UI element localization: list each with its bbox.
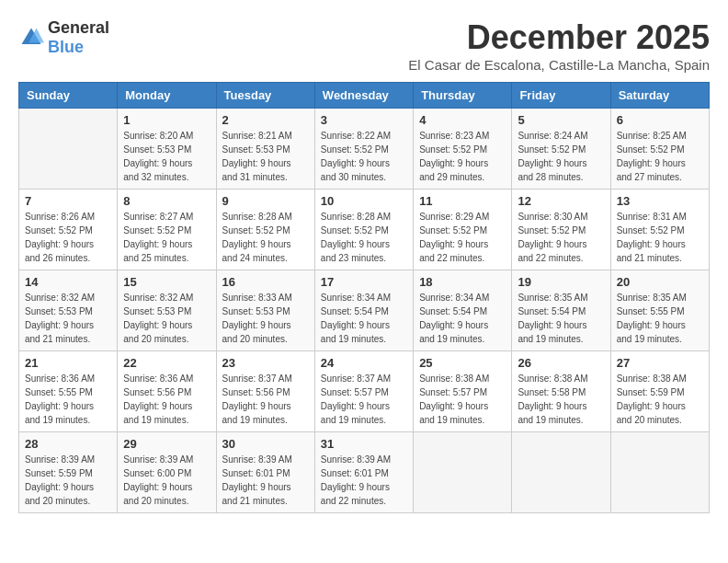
calendar-cell: 3Sunrise: 8:22 AMSunset: 5:52 PMDaylight… — [314, 109, 413, 190]
calendar-table: SundayMondayTuesdayWednesdayThursdayFrid… — [18, 82, 710, 513]
day-info: Sunrise: 8:25 AMSunset: 5:52 PMDaylight:… — [617, 129, 703, 184]
daylight-label: Daylight: 9 hours — [518, 401, 586, 411]
calendar-cell: 6Sunrise: 8:25 AMSunset: 5:52 PMDaylight… — [610, 109, 709, 190]
daylight-label: Daylight: 9 hours — [617, 239, 686, 249]
sunset-text: Sunset: 5:59 PM — [617, 387, 685, 397]
day-of-week-header: Friday — [512, 83, 610, 109]
calendar-cell — [19, 109, 118, 190]
daylight-label: Daylight: 9 hours — [617, 320, 686, 330]
daylight-label: Daylight: 9 hours — [419, 239, 488, 249]
sunset-text: Sunset: 6:01 PM — [321, 468, 389, 478]
daylight-value: and 20 minutes. — [123, 334, 188, 344]
daylight-value: and 20 minutes. — [617, 415, 682, 425]
daylight-value: and 19 minutes. — [419, 334, 484, 344]
daylight-label: Daylight: 9 hours — [321, 158, 390, 168]
day-number: 29 — [123, 437, 210, 451]
calendar-cell: 28Sunrise: 8:39 AMSunset: 5:59 PMDayligh… — [19, 432, 118, 513]
daylight-label: Daylight: 9 hours — [419, 320, 488, 330]
sunrise-text: Sunrise: 8:21 AM — [222, 131, 292, 141]
sunrise-text: Sunrise: 8:28 AM — [222, 212, 292, 222]
day-info: Sunrise: 8:37 AMSunset: 5:57 PMDaylight:… — [321, 372, 407, 427]
sunset-text: Sunset: 5:55 PM — [617, 306, 685, 316]
day-info: Sunrise: 8:37 AMSunset: 5:56 PMDaylight:… — [222, 372, 309, 427]
calendar-cell: 29Sunrise: 8:39 AMSunset: 6:00 PMDayligh… — [118, 432, 216, 513]
logo-icon — [18, 25, 44, 51]
sunrise-text: Sunrise: 8:36 AM — [25, 373, 95, 384]
sunset-text: Sunset: 5:52 PM — [518, 225, 586, 236]
calendar-week-row: 28Sunrise: 8:39 AMSunset: 5:59 PMDayligh… — [19, 432, 710, 513]
sunrise-text: Sunrise: 8:39 AM — [222, 454, 292, 465]
calendar-cell: 12Sunrise: 8:30 AMSunset: 5:52 PMDayligh… — [512, 190, 610, 270]
daylight-value: and 21 minutes. — [617, 253, 682, 263]
day-info: Sunrise: 8:39 AMSunset: 5:59 PMDaylight:… — [25, 453, 111, 508]
logo-general: General — [48, 18, 109, 37]
sunset-text: Sunset: 5:52 PM — [518, 144, 586, 155]
calendar-cell: 7Sunrise: 8:26 AMSunset: 5:52 PMDaylight… — [19, 190, 118, 270]
sunrise-text: Sunrise: 8:38 AM — [419, 373, 489, 384]
day-number: 25 — [419, 356, 506, 370]
day-number: 26 — [518, 356, 604, 370]
calendar-cell: 17Sunrise: 8:34 AMSunset: 5:54 PMDayligh… — [314, 270, 413, 351]
daylight-value: and 19 minutes. — [25, 415, 90, 425]
sunset-text: Sunset: 5:57 PM — [321, 387, 389, 397]
day-info: Sunrise: 8:36 AMSunset: 5:56 PMDaylight:… — [123, 372, 210, 427]
sunrise-text: Sunrise: 8:38 AM — [617, 373, 687, 384]
daylight-label: Daylight: 9 hours — [518, 158, 586, 168]
daylight-value: and 27 minutes. — [617, 172, 682, 182]
sunrise-text: Sunrise: 8:34 AM — [419, 293, 489, 303]
daylight-label: Daylight: 9 hours — [222, 320, 291, 330]
calendar-cell: 2Sunrise: 8:21 AMSunset: 5:53 PMDaylight… — [216, 109, 314, 190]
day-info: Sunrise: 8:30 AMSunset: 5:52 PMDaylight:… — [518, 210, 604, 265]
sunset-text: Sunset: 5:52 PM — [419, 144, 487, 155]
daylight-value: and 20 minutes. — [25, 496, 90, 506]
calendar-cell: 31Sunrise: 8:39 AMSunset: 6:01 PMDayligh… — [314, 432, 413, 513]
sunrise-text: Sunrise: 8:32 AM — [25, 293, 95, 303]
daylight-label: Daylight: 9 hours — [123, 482, 192, 492]
sunrise-text: Sunrise: 8:34 AM — [321, 293, 391, 303]
day-info: Sunrise: 8:22 AMSunset: 5:52 PMDaylight:… — [321, 129, 407, 184]
day-number: 20 — [617, 275, 703, 289]
day-info: Sunrise: 8:31 AMSunset: 5:52 PMDaylight:… — [617, 210, 703, 265]
calendar-cell: 10Sunrise: 8:28 AMSunset: 5:52 PMDayligh… — [314, 190, 413, 270]
daylight-label: Daylight: 9 hours — [222, 158, 291, 168]
calendar-cell: 14Sunrise: 8:32 AMSunset: 5:53 PMDayligh… — [19, 270, 118, 351]
sunset-text: Sunset: 5:59 PM — [25, 468, 93, 478]
calendar-cell — [610, 432, 709, 513]
calendar-cell: 20Sunrise: 8:35 AMSunset: 5:55 PMDayligh… — [610, 270, 709, 351]
sunset-text: Sunset: 5:54 PM — [419, 306, 487, 316]
day-info: Sunrise: 8:34 AMSunset: 5:54 PMDaylight:… — [321, 291, 407, 346]
sunset-text: Sunset: 5:55 PM — [25, 387, 93, 397]
day-info: Sunrise: 8:39 AMSunset: 6:01 PMDaylight:… — [321, 453, 407, 508]
sunset-text: Sunset: 5:53 PM — [123, 144, 191, 155]
day-number: 22 — [123, 356, 210, 370]
calendar-cell: 16Sunrise: 8:33 AMSunset: 5:53 PMDayligh… — [216, 270, 314, 351]
daylight-label: Daylight: 9 hours — [321, 482, 390, 492]
daylight-value: and 20 minutes. — [123, 496, 188, 506]
sunset-text: Sunset: 5:54 PM — [518, 306, 586, 316]
sunset-text: Sunset: 5:52 PM — [321, 225, 389, 236]
sunrise-text: Sunrise: 8:32 AM — [123, 293, 193, 303]
calendar-cell: 1Sunrise: 8:20 AMSunset: 5:53 PMDaylight… — [118, 109, 216, 190]
calendar-cell: 8Sunrise: 8:27 AMSunset: 5:52 PMDaylight… — [118, 190, 216, 270]
calendar-cell: 4Sunrise: 8:23 AMSunset: 5:52 PMDaylight… — [414, 109, 512, 190]
sunset-text: Sunset: 5:52 PM — [617, 144, 685, 155]
day-info: Sunrise: 8:36 AMSunset: 5:55 PMDaylight:… — [25, 372, 111, 427]
sunrise-text: Sunrise: 8:39 AM — [123, 454, 193, 465]
day-number: 13 — [617, 194, 703, 208]
day-number: 21 — [25, 356, 111, 370]
day-number: 8 — [123, 194, 210, 208]
title-block: December 2025 El Casar de Escalona, Cast… — [408, 18, 710, 73]
daylight-value: and 19 minutes. — [321, 334, 386, 344]
sunset-text: Sunset: 6:01 PM — [222, 468, 290, 478]
calendar-cell — [414, 432, 512, 513]
sunrise-text: Sunrise: 8:36 AM — [123, 373, 193, 384]
calendar-week-row: 1Sunrise: 8:20 AMSunset: 5:53 PMDaylight… — [19, 109, 710, 190]
daylight-value: and 19 minutes. — [518, 334, 583, 344]
sunset-text: Sunset: 5:56 PM — [222, 387, 290, 397]
sunset-text: Sunset: 5:52 PM — [419, 225, 487, 236]
calendar-cell: 26Sunrise: 8:38 AMSunset: 5:58 PMDayligh… — [512, 351, 610, 432]
sunrise-text: Sunrise: 8:37 AM — [222, 373, 292, 384]
sunset-text: Sunset: 5:53 PM — [222, 306, 290, 316]
day-info: Sunrise: 8:39 AMSunset: 6:01 PMDaylight:… — [222, 453, 309, 508]
daylight-value: and 21 minutes. — [25, 334, 90, 344]
